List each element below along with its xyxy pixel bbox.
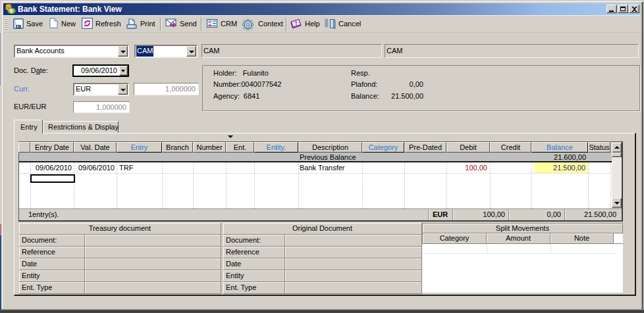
- svg-text:$: $: [10, 9, 13, 14]
